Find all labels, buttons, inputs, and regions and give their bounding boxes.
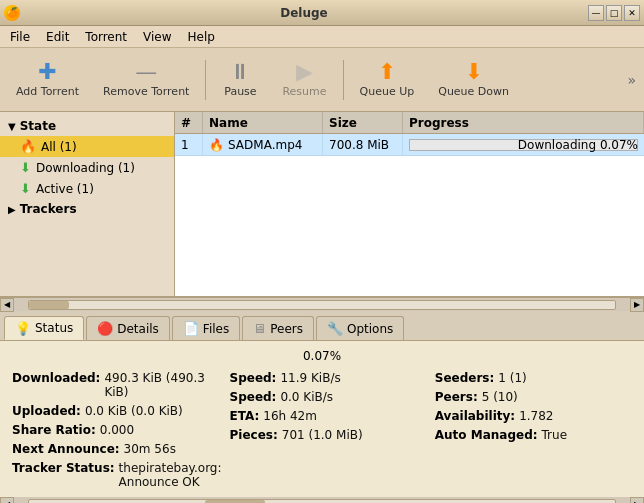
- tab-details-label: Details: [117, 322, 159, 336]
- ul-speed-value: 0.0 KiB/s: [280, 390, 333, 404]
- bottom-hscroll-left[interactable]: ◀: [0, 497, 14, 503]
- sidebar-item-active-label: Active (1): [36, 182, 94, 196]
- tab-files[interactable]: 📄 Files: [172, 316, 240, 340]
- col-header-progress[interactable]: Progress: [403, 112, 644, 133]
- details-progress-pct: 0.07%: [303, 349, 341, 363]
- next-announce-label: Next Announce:: [12, 442, 120, 456]
- tab-details[interactable]: 🔴 Details: [86, 316, 170, 340]
- downloading-icon: ⬇: [20, 160, 31, 175]
- sidebar-item-active[interactable]: ⬇ Active (1): [0, 178, 174, 199]
- uploaded-label: Uploaded:: [12, 404, 81, 418]
- cell-num: 1: [175, 134, 203, 155]
- toolbar-separator-1: [205, 60, 206, 100]
- queue-up-button[interactable]: ⬆ Queue Up: [348, 52, 427, 108]
- peers-value: 5 (10): [482, 390, 518, 404]
- hscroll-left-arrow[interactable]: ◀: [0, 298, 14, 312]
- remove-torrent-label: Remove Torrent: [103, 85, 189, 98]
- peers-tab-icon: 🖥: [253, 321, 266, 336]
- details-column-2: Speed: 11.9 KiB/s Speed: 0.0 KiB/s ETA: …: [230, 371, 427, 489]
- all-icon: 🔥: [20, 139, 36, 154]
- sidebar-item-downloading-label: Downloading (1): [36, 161, 135, 175]
- table-row[interactable]: 1 🔥 SADMA.mp4 700.8 MiB Downloading 0.07…: [175, 134, 644, 156]
- hscroll-thumb[interactable]: [29, 301, 69, 309]
- add-torrent-button[interactable]: ✚ Add Torrent: [4, 52, 91, 108]
- maximize-button[interactable]: □: [606, 5, 622, 21]
- peers-label: Peers:: [435, 390, 478, 404]
- remove-torrent-button[interactable]: — Remove Torrent: [91, 52, 201, 108]
- detail-availability: Availability: 1.782: [435, 409, 632, 423]
- torrent-list: # Name Size Progress 1 🔥 SADMA.mp4 700.8…: [175, 112, 644, 296]
- col-header-name[interactable]: Name: [203, 112, 323, 133]
- share-ratio-value: 0.000: [100, 423, 134, 437]
- resume-icon: ▶: [296, 61, 313, 83]
- seeders-label: Seeders:: [435, 371, 495, 385]
- details-grid: Downloaded: 490.3 KiB (490.3 KiB) Upload…: [12, 371, 632, 489]
- detail-eta: ETA: 16h 42m: [230, 409, 427, 423]
- app-icon: 🍊: [4, 5, 20, 21]
- dl-speed-value: 11.9 KiB/s: [280, 371, 340, 385]
- main-area: ▼ State 🔥 All (1) ⬇ Downloading (1) ⬇ Ac…: [0, 112, 644, 297]
- seeders-value: 1 (1): [498, 371, 526, 385]
- resume-button[interactable]: ▶ Resume: [270, 52, 338, 108]
- details-progress-row: 0.07%: [12, 349, 632, 363]
- detail-seeders: Seeders: 1 (1): [435, 371, 632, 385]
- queue-down-icon: ⬇: [464, 61, 482, 83]
- sidebar-trackers-header[interactable]: ▶ Trackers: [0, 199, 174, 219]
- sidebar-item-downloading[interactable]: ⬇ Downloading (1): [0, 157, 174, 178]
- tab-status-label: Status: [35, 321, 73, 335]
- pause-button[interactable]: ⏸ Pause: [210, 52, 270, 108]
- tab-options-label: Options: [347, 322, 393, 336]
- details-hscrollbar[interactable]: ◀ ▶: [0, 497, 644, 503]
- downloaded-value: 490.3 KiB (490.3 KiB): [104, 371, 221, 399]
- cell-progress: Downloading 0.07%: [403, 136, 644, 154]
- remove-torrent-icon: —: [135, 61, 157, 83]
- bottom-hscroll-track[interactable]: [28, 499, 616, 503]
- torrent-row-icon: 🔥: [209, 138, 224, 152]
- details-column-3: Seeders: 1 (1) Peers: 5 (10) Availabilit…: [435, 371, 632, 489]
- uploaded-value: 0.0 KiB (0.0 KiB): [85, 404, 183, 418]
- col-header-size[interactable]: Size: [323, 112, 403, 133]
- menu-view[interactable]: View: [135, 28, 179, 46]
- sidebar-header-label: State: [20, 119, 56, 133]
- pause-icon: ⏸: [229, 61, 251, 83]
- tab-peers[interactable]: 🖥 Peers: [242, 316, 314, 340]
- sidebar-state-header[interactable]: ▼ State: [0, 116, 174, 136]
- pause-label: Pause: [224, 85, 256, 98]
- pieces-label: Pieces:: [230, 428, 278, 442]
- hscroll-right-arrow[interactable]: ▶: [630, 298, 644, 312]
- toolbar: ✚ Add Torrent — Remove Torrent ⏸ Pause ▶…: [0, 48, 644, 112]
- menubar: File Edit Torrent View Help: [0, 26, 644, 48]
- row-num: 1: [181, 138, 189, 152]
- detail-uploaded: Uploaded: 0.0 KiB (0.0 KiB): [12, 404, 222, 418]
- details-tab-icon: 🔴: [97, 321, 113, 336]
- status-tab-icon: 💡: [15, 321, 31, 336]
- tab-status[interactable]: 💡 Status: [4, 316, 84, 340]
- close-button[interactable]: ✕: [624, 5, 640, 21]
- queue-down-button[interactable]: ⬇ Queue Down: [426, 52, 521, 108]
- menu-help[interactable]: Help: [180, 28, 223, 46]
- detail-tracker-status: Tracker Status: thepiratebay.org: Announ…: [12, 461, 222, 489]
- list-header: # Name Size Progress: [175, 112, 644, 134]
- col-header-num: #: [175, 112, 203, 133]
- sidebar-trackers-label: Trackers: [20, 202, 77, 216]
- menu-edit[interactable]: Edit: [38, 28, 77, 46]
- detail-share-ratio: Share Ratio: 0.000: [12, 423, 222, 437]
- menu-file[interactable]: File: [2, 28, 38, 46]
- dl-speed-label: Speed:: [230, 371, 277, 385]
- torrent-list-hscrollbar[interactable]: ◀ ▶: [0, 297, 644, 311]
- details-column-1: Downloaded: 490.3 KiB (490.3 KiB) Upload…: [12, 371, 222, 489]
- menu-torrent[interactable]: Torrent: [77, 28, 135, 46]
- bottom-hscroll-right[interactable]: ▶: [630, 497, 644, 503]
- row-progress-text: Downloading 0.07%: [518, 138, 638, 152]
- tab-options[interactable]: 🔧 Options: [316, 316, 404, 340]
- minimize-button[interactable]: —: [588, 5, 604, 21]
- detail-auto-managed: Auto Managed: True: [435, 428, 632, 442]
- queue-down-label: Queue Down: [438, 85, 509, 98]
- sidebar-item-all[interactable]: 🔥 All (1): [0, 136, 174, 157]
- add-torrent-label: Add Torrent: [16, 85, 79, 98]
- sidebar-collapse-arrow: ▼: [8, 121, 16, 132]
- hscroll-track[interactable]: [28, 300, 616, 310]
- toolbar-overflow[interactable]: »: [627, 72, 640, 88]
- availability-value: 1.782: [519, 409, 553, 423]
- titlebar: 🍊 Deluge — □ ✕: [0, 0, 644, 26]
